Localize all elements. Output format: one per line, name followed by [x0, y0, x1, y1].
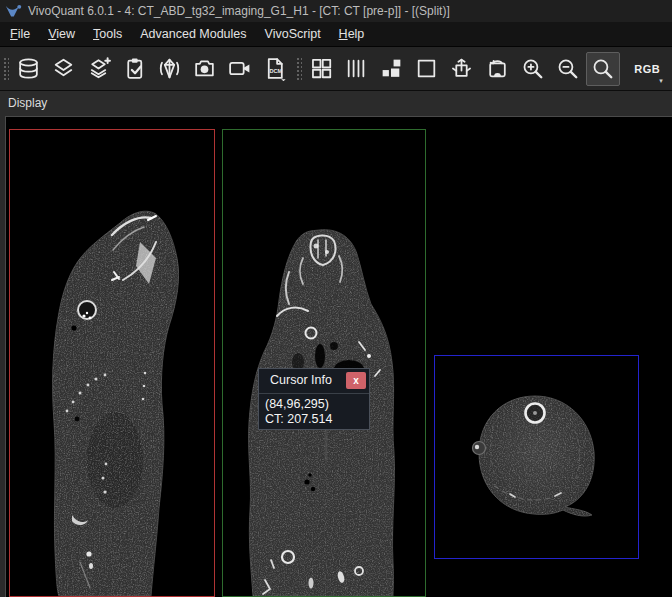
- snapshot-button[interactable]: [188, 52, 222, 86]
- crystal-icon: [157, 56, 182, 81]
- close-icon[interactable]: x: [346, 372, 366, 389]
- panel-coronal-view[interactable]: [222, 129, 426, 597]
- menu-view[interactable]: View: [39, 23, 84, 45]
- layout-slices-button[interactable]: [339, 52, 373, 86]
- vivoquant-window: VivoQuant 6.0.1 - 4: CT_ABD_tg32_imaging…: [0, 0, 672, 597]
- layers-icon: [51, 56, 76, 81]
- display-pane-header: Display: [0, 91, 672, 116]
- 3d-render-button[interactable]: [152, 52, 186, 86]
- add-layers-button[interactable]: [82, 52, 116, 86]
- axial-ct-image: [435, 356, 638, 558]
- clipboard-check-icon: [122, 56, 147, 81]
- svg-text:DCM: DCM: [270, 68, 283, 74]
- layout-mosaic-button[interactable]: [374, 52, 408, 86]
- display-pane-label: Display: [8, 96, 47, 110]
- dropdown-arrow-icon: ▾: [659, 77, 663, 85]
- panel-axial-view[interactable]: [434, 355, 639, 559]
- cursor-coordinates: (84,96,295): [265, 397, 363, 412]
- grid-icon: [309, 56, 334, 81]
- menu-file[interactable]: File: [1, 23, 39, 45]
- menu-bar: FileViewToolsAdvanced ModulesVivoScriptH…: [0, 22, 672, 47]
- rotate-reset-icon: [485, 56, 510, 81]
- panel-sagittal-view[interactable]: [9, 129, 215, 597]
- title-bar: VivoQuant 6.0.1 - 4: CT_ABD_tg32_imaging…: [0, 0, 672, 22]
- movie-capture-button[interactable]: [223, 52, 257, 86]
- cursor-info-popup: Cursor Info x (84,96,295) CT: 207.514: [258, 368, 370, 430]
- mosaic-icon: [379, 56, 404, 81]
- cursor-info-title: Cursor Info: [259, 373, 343, 387]
- data-manager-button[interactable]: [12, 52, 46, 86]
- camera-icon: [192, 56, 217, 81]
- magnifier-plus-icon: [520, 56, 545, 81]
- reset-orientation-button[interactable]: [480, 52, 514, 86]
- layers-add-icon: [86, 56, 111, 81]
- database-icon: [16, 56, 41, 81]
- window-title: VivoQuant 6.0.1 - 4: CT_ABD_tg32_imaging…: [28, 4, 450, 18]
- dicom-export-button[interactable]: DCM: [258, 52, 292, 86]
- cursor-info-titlebar[interactable]: Cursor Info x: [259, 369, 369, 394]
- study-checklist-button[interactable]: [117, 52, 151, 86]
- zoom-in-button[interactable]: [515, 52, 549, 86]
- layout-single-button[interactable]: [410, 52, 444, 86]
- vivoquant-logo-icon: [5, 4, 22, 18]
- coronal-ct-image: [223, 130, 425, 596]
- color-mode-button[interactable]: RGB▾: [628, 52, 666, 86]
- crop-3d-icon: [449, 56, 474, 81]
- layout-quad-button[interactable]: [304, 52, 338, 86]
- menu-tools[interactable]: Tools: [84, 23, 131, 45]
- crop-3d-tool-button[interactable]: [445, 52, 479, 86]
- main-toolbar: DCMRGB▾: [0, 47, 672, 91]
- sagittal-ct-image: [10, 130, 214, 596]
- magnifier-minus-icon: [555, 56, 580, 81]
- cursor-ct-value: CT: 207.514: [265, 412, 363, 427]
- menu-vivoscript[interactable]: VivoScript: [256, 23, 330, 45]
- dcm-file-icon: DCM: [262, 56, 287, 81]
- color-mode-label: RGB: [634, 63, 660, 75]
- magnifier-icon: [590, 56, 615, 81]
- toolbar-drag-handle[interactable]: [2, 56, 9, 81]
- magnify-tool-button[interactable]: [586, 52, 620, 86]
- slice-columns-icon: [344, 56, 369, 81]
- menu-advanced-modules[interactable]: Advanced Modules: [131, 23, 255, 45]
- toolbar-drag-handle[interactable]: [295, 56, 302, 81]
- single-view-icon: [414, 56, 439, 81]
- video-camera-icon: [227, 56, 252, 81]
- zoom-out-button[interactable]: [550, 52, 584, 86]
- menu-help[interactable]: Help: [330, 23, 374, 45]
- layer-browser-button[interactable]: [47, 52, 81, 86]
